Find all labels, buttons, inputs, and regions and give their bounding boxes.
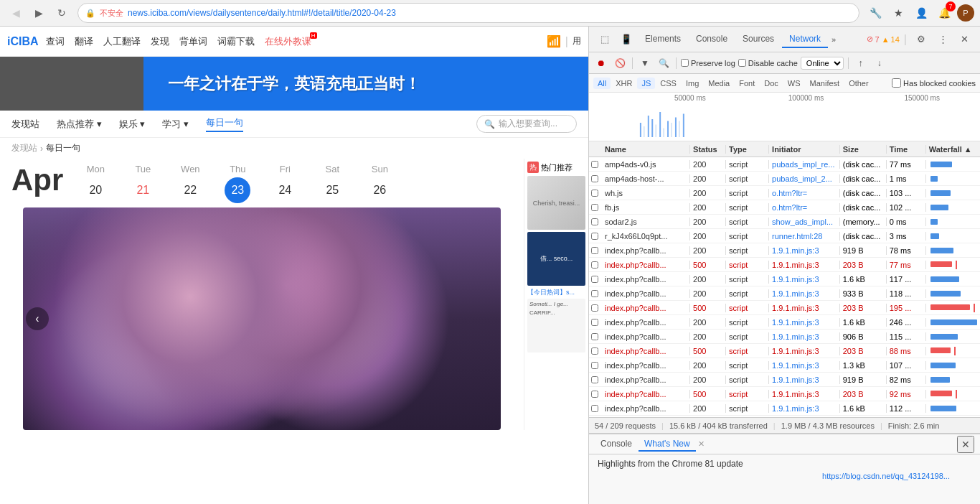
has-blocked-checkbox[interactable] [892,78,901,88]
address-bar[interactable]: 🔒 不安全 news.iciba.com/views/dailysentence… [77,3,859,23]
hot-item-3[interactable]: Someti... I ge... CARRIF... [527,299,585,353]
nav2-xuexi[interactable]: 学习 ▾ [162,118,189,131]
table-row[interactable]: index.php?callb... 500 script 1.9.1.min.… [589,387,980,401]
col-header-time[interactable]: Time [887,145,926,154]
tab-sources[interactable]: Sources [735,31,781,48]
row-initiator-0[interactable]: pubads_impl_re... [769,160,840,169]
row-initiator-15[interactable]: 1.9.1.min.js:3 [769,375,840,384]
nav-rengong[interactable]: 人工翻译 [103,35,141,48]
tab-elements[interactable]: Elements [638,31,688,48]
table-row[interactable]: index.php?callb... 200 script 1.9.1.min.… [589,330,980,344]
row-checkbox-0[interactable] [589,161,600,168]
row-checkbox-7[interactable] [589,261,600,269]
filter-font[interactable]: Font [735,78,759,89]
whats-new-link[interactable]: https://blog.csdn.net/qq_43124198... [822,472,950,480]
more-tabs[interactable]: » [829,32,839,47]
row-initiator-7[interactable]: 1.9.1.min.js:3 [769,261,840,269]
extensions-button[interactable]: 🔧 [865,3,885,23]
row-checkbox-5[interactable] [589,233,600,240]
table-row[interactable]: index.php?callb... 200 script 1.9.1.min.… [589,286,980,301]
row-checkbox-8[interactable] [589,276,600,283]
row-initiator-3[interactable]: o.htm?ltr= [769,203,840,212]
refresh-button[interactable]: ↻ [52,3,72,23]
hot-item-2[interactable]: 借... seco... [527,232,585,286]
row-checkbox-13[interactable] [589,347,600,355]
table-row[interactable]: amp4ads-host-... 200 script pubads_impl_… [589,172,980,186]
filter-xhr[interactable]: XHR [611,78,636,89]
filter-img[interactable]: Img [682,78,703,89]
console-close-button[interactable]: ✕ [957,436,974,453]
more-button[interactable]: ⋮ [933,29,953,50]
row-checkbox-4[interactable] [589,218,600,225]
wireless-icon[interactable]: 📶 [547,34,561,48]
row-checkbox-10[interactable] [589,304,600,312]
nav2-hotrecommend[interactable]: 热点推荐 ▾ [57,118,102,131]
prev-button[interactable]: ‹ [26,307,49,330]
tab-console-bottom[interactable]: Console [595,437,638,452]
col-header-waterfall[interactable]: Waterfall ▲ [926,145,980,154]
filter-icon-button[interactable]: ▼ [637,55,653,71]
settings-button[interactable]: ⚙ [911,29,931,50]
device-button[interactable]: 📱 [616,29,636,50]
export-button[interactable]: ↓ [872,55,887,71]
row-checkbox-1[interactable] [589,175,600,182]
hot-item-1[interactable]: Cherish, treasi... [527,176,585,230]
table-row[interactable]: index.php?callb... 500 script 1.9.1.min.… [589,258,980,272]
table-row[interactable]: index.php?callb... 500 script 1.9.1.min.… [589,301,980,315]
row-checkbox-14[interactable] [589,362,600,369]
col-header-size[interactable]: Size [840,145,887,154]
whats-new-close-x[interactable]: ✕ [698,439,705,449]
table-row[interactable]: index.php?callb... 200 script 1.9.1.min.… [589,373,980,387]
table-row[interactable]: index.php?callb... 200 script 1.9.1.min.… [589,272,980,286]
table-row[interactable]: index.php?callb... 200 script 1.9.1.min.… [589,315,980,330]
row-initiator-8[interactable]: 1.9.1.min.js:3 [769,275,840,284]
table-row[interactable]: index.php?callb... 500 script 1.9.1.min.… [589,344,980,358]
nav2-search[interactable]: 🔍 输入想要查询... [476,115,577,133]
row-initiator-4[interactable]: show_ads_impl... [769,218,840,226]
preserve-log-checkbox[interactable] [681,59,689,67]
row-initiator-13[interactable]: 1.9.1.min.js:3 [769,347,840,355]
disable-cache-checkbox[interactable] [738,59,746,67]
row-initiator-2[interactable]: o.htm?ltr= [769,189,840,197]
forward-button[interactable]: ▶ [29,3,49,23]
row-checkbox-9[interactable] [589,290,600,297]
row-checkbox-12[interactable] [589,333,600,340]
col-header-status[interactable]: Status [690,145,726,154]
filter-js[interactable]: JS [637,78,655,89]
row-initiator-12[interactable]: 1.9.1.min.js:3 [769,332,840,341]
row-checkbox-17[interactable] [589,405,600,412]
table-row[interactable]: sodar2.js 200 script show_ads_impl... (m… [589,215,980,229]
nav2-daily[interactable]: 每日一句 [206,116,243,132]
row-checkbox-6[interactable] [589,247,600,254]
row-checkbox-2[interactable] [589,190,600,197]
filter-ws[interactable]: WS [783,78,805,89]
filter-all[interactable]: All [593,78,611,89]
col-header-initiator[interactable]: Initiator [769,145,840,154]
table-row[interactable]: r_kJ4x66L0q9pt... 200 script runner.html… [589,229,980,243]
nav-beidan[interactable]: 背单词 [179,35,207,48]
row-initiator-16[interactable]: 1.9.1.min.js:3 [769,390,840,398]
profile-avatar[interactable]: P [957,4,974,22]
tab-whats-new[interactable]: What's New [639,437,696,452]
table-row[interactable]: index.php?callb... 200 script 1.9.1.min.… [589,401,980,416]
user-label[interactable]: 用 [573,35,581,47]
table-row[interactable]: wh.js 200 script o.htm?ltr= (disk cac...… [589,186,980,200]
filter-other[interactable]: Other [844,78,873,89]
nav-online[interactable]: 在线外教课H [265,35,311,48]
filter-doc[interactable]: Doc [760,78,783,89]
breadcrumb-home[interactable]: 发现站 [11,142,37,154]
row-initiator-17[interactable]: 1.9.1.min.js:3 [769,404,840,413]
row-initiator-1[interactable]: pubads_impl_2... [769,174,840,183]
nav-faxian[interactable]: 发现 [151,35,169,48]
row-initiator-10[interactable]: 1.9.1.min.js:3 [769,304,840,312]
col-header-name[interactable]: Name [600,145,690,154]
close-devtools-button[interactable]: ✕ [954,29,974,50]
tab-console[interactable]: Console [689,31,735,48]
account-button[interactable]: 👤 [911,3,931,23]
table-row[interactable]: index.php?callb... 200 script 1.9.1.min.… [589,243,980,258]
table-row[interactable]: amp4ads-v0.js 200 script pubads_impl_re.… [589,157,980,172]
search-network-button[interactable]: 🔍 [656,55,672,71]
row-initiator-5[interactable]: runner.html:28 [769,232,840,241]
throttle-select[interactable]: Online [801,57,844,70]
nav-download[interactable]: 词霸下载 [217,35,255,48]
